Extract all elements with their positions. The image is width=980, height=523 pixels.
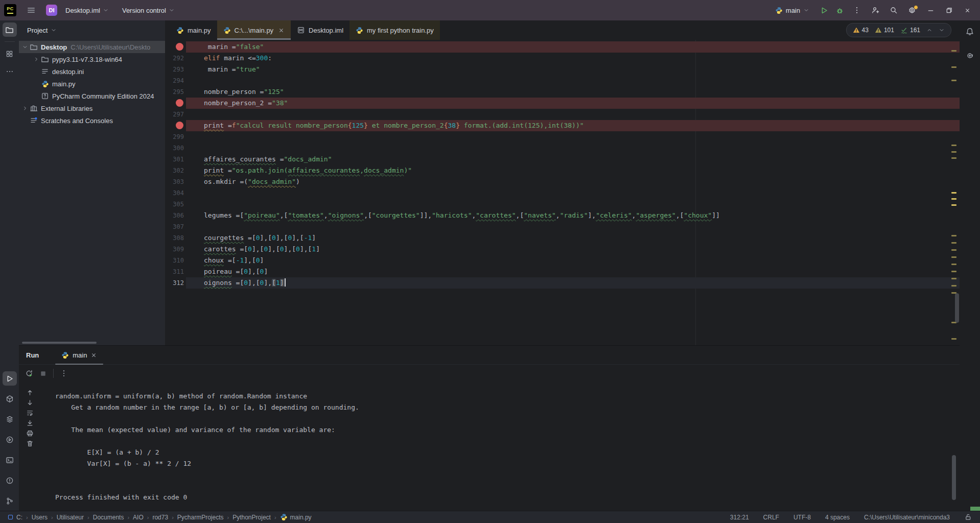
close-button[interactable] [962, 7, 973, 14]
python-interpreter[interactable]: C:\Users\Utilisateur\miniconda3 [864, 514, 950, 521]
editor-gutter[interactable]: 304 [165, 187, 186, 199]
editor-gutter[interactable]: 306 [165, 210, 186, 221]
breadcrumb-item[interactable]: Documents [93, 514, 124, 521]
code-line[interactable]: 294 [165, 75, 960, 86]
python-packages-tool-button[interactable] [3, 392, 17, 406]
project-panel-header[interactable]: Project [19, 20, 165, 40]
run-button[interactable] [820, 6, 828, 15]
problems-tool-button[interactable] [3, 473, 17, 488]
breadcrumb-item[interactable]: Utilisateur [57, 514, 84, 521]
rerun-button[interactable] [25, 369, 33, 377]
inspection-stripe-mark[interactable] [951, 235, 956, 236]
previous-problem-button[interactable] [926, 27, 932, 33]
soft-wrap-button[interactable] [26, 409, 34, 417]
project-horizontal-scrollbar[interactable] [22, 342, 97, 344]
more-tool-windows-button[interactable] [3, 64, 17, 79]
editor-gutter[interactable]: 301 [165, 154, 186, 165]
project-tree-item[interactable]: main.py [19, 78, 165, 90]
inspection-stripe-mark[interactable] [951, 271, 956, 272]
console-scrollbar[interactable] [952, 455, 956, 500]
main-menu-icon[interactable] [24, 3, 39, 17]
code-line[interactable]: 304 [165, 187, 960, 199]
inspection-stripe-mark[interactable] [951, 264, 956, 265]
inspections-widget[interactable]: 43 101 161 [846, 23, 951, 37]
settings-button[interactable] [906, 6, 918, 14]
code-line[interactable]: nombre_person_2 ="38" [165, 98, 960, 109]
more-actions-button[interactable] [851, 6, 862, 14]
editor-gutter[interactable]: 312 [165, 277, 186, 289]
inspection-stripe-mark[interactable] [951, 50, 956, 52]
code-line[interactable]: 305 [165, 199, 960, 210]
weak-warnings-count[interactable]: 101 [875, 27, 894, 34]
run-config-selector[interactable]: main [772, 6, 812, 15]
breadcrumb-item[interactable]: Users [32, 514, 48, 521]
editor-gutter[interactable]: 307 [165, 221, 186, 232]
breakpoint-dot[interactable] [176, 99, 183, 107]
inspection-stripe-mark[interactable] [951, 256, 956, 258]
editor-tab[interactable]: my first python train.py [349, 20, 440, 40]
project-selector[interactable]: Desktop.iml [61, 5, 113, 16]
inspection-stripe-mark[interactable] [951, 157, 956, 159]
inspection-stripe-mark[interactable] [951, 151, 956, 153]
print-button[interactable] [26, 430, 34, 437]
breadcrumb-item[interactable]: PythonProject [232, 514, 271, 521]
code-line[interactable]: print =f"calcul result nombre_person{125… [165, 120, 960, 131]
breakpoint-dot[interactable] [176, 43, 183, 51]
editor-scrollbar[interactable] [955, 293, 959, 323]
editor-gutter[interactable]: 311 [165, 266, 186, 277]
next-occurrence-button[interactable] [26, 399, 34, 407]
inspection-stripe-mark[interactable] [951, 242, 956, 244]
editor-gutter[interactable]: 309 [165, 244, 186, 255]
editor-tab[interactable]: main.py [170, 20, 217, 40]
inspection-stripe-mark[interactable] [951, 80, 956, 81]
code-line[interactable]: 301affaires_courantes ="docs_admin" [165, 154, 960, 165]
code-line[interactable]: 311poireau =[0],[0] [165, 266, 960, 277]
breadcrumb-item[interactable]: rod73 [152, 514, 168, 521]
breadcrumb-item[interactable]: C: [7, 514, 22, 521]
code-line[interactable]: 295nombre_person ="125" [165, 86, 960, 98]
editor-gutter[interactable]: 295 [165, 86, 186, 98]
code-line[interactable]: 300 [165, 142, 960, 154]
minimize-button[interactable] [925, 7, 936, 14]
debug-button[interactable] [835, 6, 844, 15]
search-everywhere-button[interactable] [888, 6, 899, 14]
inspection-stripe-mark[interactable] [951, 192, 956, 194]
inspection-stripe-mark[interactable] [951, 66, 956, 68]
editor-gutter[interactable] [165, 120, 186, 131]
breadcrumb-item[interactable]: PycharmProjects [177, 514, 224, 521]
editor-gutter[interactable]: 305 [165, 199, 186, 210]
editor-gutter[interactable]: 293 [165, 64, 186, 75]
caret-position[interactable]: 312:21 [730, 514, 749, 521]
inspection-stripe-mark[interactable] [951, 145, 956, 146]
code-line[interactable]: 306legumes =["poireau",["tomates","oigno… [165, 210, 960, 221]
inspection-stripe-mark[interactable] [951, 249, 956, 251]
editor-gutter[interactable]: 308 [165, 232, 186, 244]
project-tree-item[interactable]: DesktopC:\Users\Utilisateur\Deskto [19, 41, 165, 53]
editor-gutter[interactable]: 303 [165, 176, 186, 187]
project-tree-item[interactable]: Scratches and Consoles [19, 114, 165, 127]
maximize-button[interactable] [943, 7, 954, 14]
typos-count[interactable]: 161 [900, 27, 920, 34]
editor-tab[interactable]: Desktop.iml [291, 20, 349, 40]
clear-console-button[interactable] [26, 440, 34, 447]
editor-gutter[interactable] [165, 41, 186, 53]
code-line[interactable]: 309carottes =[0],[0],[0],[0],[1] [165, 244, 960, 255]
version-control-tool-button[interactable] [3, 494, 17, 508]
editor-gutter[interactable]: 292 [165, 53, 186, 64]
expander-right-icon[interactable] [21, 105, 29, 111]
next-problem-button[interactable] [939, 27, 945, 33]
inspection-stripe-mark[interactable] [951, 285, 956, 287]
expander-down-icon[interactable] [21, 44, 29, 50]
readonly-lock-icon[interactable] [964, 513, 972, 521]
editor-gutter[interactable]: 297 [165, 109, 186, 120]
project-tree-item[interactable]: External Libraries [19, 102, 165, 114]
code-line[interactable]: 292elif marin <=300: [165, 53, 960, 64]
services-tool-button[interactable] [3, 412, 17, 426]
file-encoding[interactable]: UTF-8 [794, 514, 811, 521]
breadcrumb-item[interactable]: main.py [280, 513, 312, 521]
code-editor[interactable]: marin ="false"292elif marin <=300:293 ma… [165, 40, 960, 345]
editor-gutter[interactable]: 302 [165, 165, 186, 176]
ai-assistant-button[interactable] [963, 49, 977, 63]
code-line[interactable]: 303os.mkdir =("docs_admin") [165, 176, 960, 187]
code-line[interactable]: 299 [165, 131, 960, 142]
